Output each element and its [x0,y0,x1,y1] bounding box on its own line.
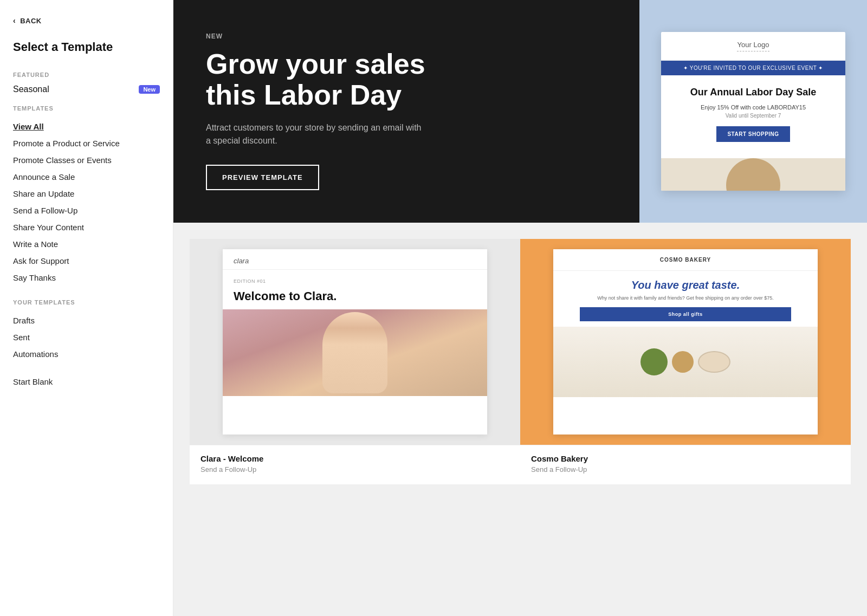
food-item-1 [640,348,668,375]
hero-banner: NEW Grow your sales this Labor Day Attra… [173,0,867,223]
main-content: NEW Grow your sales this Labor Day Attra… [173,0,867,616]
template-card-clara[interactable]: clara EDITION #01 Welcome to Clara. Clar… [190,239,520,484]
nav-item-ask-support[interactable]: Ask for Support [13,252,160,269]
template-info-clara: Clara - Welcome Send a Follow-Up [190,445,520,484]
basket-decoration [726,158,780,191]
nav-item-view-all[interactable]: View All [13,118,160,135]
email-main-content: Our Annual Labor Day Sale Enjoy 15% Off … [661,75,845,158]
clara-photo [223,309,487,396]
clara-header: clara [223,249,487,270]
cosmo-photo [553,327,818,397]
start-blank-link[interactable]: Start Blank [13,373,160,390]
hero-description: Attract customers to your store by sendi… [206,121,423,147]
email-valid-text: Valid until September 7 [674,113,832,119]
featured-item-name: Seasonal [13,85,49,94]
back-arrow-icon: ‹ [13,16,16,25]
nav-item-send-followup[interactable]: Send a Follow-Up [13,202,160,219]
email-shop-button: START SHOPPING [716,126,790,142]
template-preview-cosmo: COSMO BAKERY You have great taste. Why n… [520,239,851,445]
your-templates-section: YOUR TEMPLATES Drafts Sent Automations S… [13,299,160,390]
featured-seasonal[interactable]: Seasonal New [13,85,160,94]
email-logo-underline [737,51,769,51]
your-templates-label: YOUR TEMPLATES [13,299,160,306]
cosmo-background: COSMO BAKERY You have great taste. Why n… [520,239,851,445]
hero-text-area: NEW Grow your sales this Labor Day Attra… [173,0,639,223]
sidebar: ‹ BACK Select a Template FEATURED Season… [0,0,173,616]
nav-item-say-thanks[interactable]: Say Thanks [13,269,160,286]
nav-item-drafts[interactable]: Drafts [13,312,160,329]
clara-background: clara EDITION #01 Welcome to Clara. [190,239,520,445]
template-category-clara: Send a Follow-Up [200,465,509,474]
nav-item-share-update[interactable]: Share an Update [13,185,160,202]
email-discount-text: Enjoy 15% Off with code LABORDAY15 [674,104,832,111]
back-label: BACK [20,17,42,25]
back-button[interactable]: ‹ BACK [13,16,160,25]
template-nav: View All Promote a Product or Service Pr… [13,118,160,286]
email-logo-text: Your Logo [670,41,837,49]
featured-section-label: FEATURED [13,72,160,78]
email-main-title: Our Annual Labor Day Sale [674,86,832,99]
template-card-cosmo[interactable]: COSMO BAKERY You have great taste. Why n… [520,239,851,484]
nav-item-share-content[interactable]: Share Your Content [13,219,160,236]
template-info-cosmo: Cosmo Bakery Send a Follow-Up [520,445,851,484]
hero-preview-area: Your Logo ✦ YOU'RE INVITED TO OUR EXCLUS… [639,0,867,223]
email-logo-area: Your Logo [661,32,845,61]
cosmo-brand: COSMO BAKERY [553,249,818,271]
clara-brand: clara [234,257,476,265]
template-name-clara: Clara - Welcome [200,454,509,463]
cosmo-subtext: Why not share it with family and friends… [553,295,818,307]
hero-new-label: NEW [206,33,607,40]
cosmo-inner-card: COSMO BAKERY You have great taste. Why n… [553,249,818,435]
nav-item-announce-sale[interactable]: Announce a Sale [13,168,160,185]
clara-welcome-text: Welcome to Clara. [223,284,487,309]
food-item-2 [672,351,694,373]
nav-item-write-note[interactable]: Write a Note [13,236,160,252]
preview-template-button[interactable]: PREVIEW TEMPLATE [206,165,319,190]
food-plate [698,351,730,373]
person-silhouette [322,312,387,393]
templates-section-label: TEMPLATES [13,105,160,112]
email-footer-image [661,158,845,191]
hero-title: Grow your sales this Labor Day [206,49,434,111]
page-title: Select a Template [13,40,160,54]
new-badge: New [139,85,160,94]
clara-edition: EDITION #01 [223,274,487,284]
nav-item-automations[interactable]: Automations [13,346,160,362]
clara-inner-card: clara EDITION #01 Welcome to Clara. [223,249,487,435]
template-name-cosmo: Cosmo Bakery [531,454,840,463]
template-grid: clara EDITION #01 Welcome to Clara. Clar… [173,223,867,501]
email-blue-banner: ✦ YOU'RE INVITED TO OUR EXCLUSIVE EVENT … [661,61,845,75]
template-preview-clara: clara EDITION #01 Welcome to Clara. [190,239,520,445]
template-category-cosmo: Send a Follow-Up [531,465,840,474]
cosmo-shop-button: Shop all gifts [580,307,791,321]
email-preview-card: Your Logo ✦ YOU'RE INVITED TO OUR EXCLUS… [661,32,845,191]
nav-item-sent[interactable]: Sent [13,329,160,346]
nav-item-promote-product[interactable]: Promote a Product or Service [13,135,160,152]
nav-item-promote-classes[interactable]: Promote Classes or Events [13,152,160,168]
cosmo-headline: You have great taste. [553,271,818,295]
